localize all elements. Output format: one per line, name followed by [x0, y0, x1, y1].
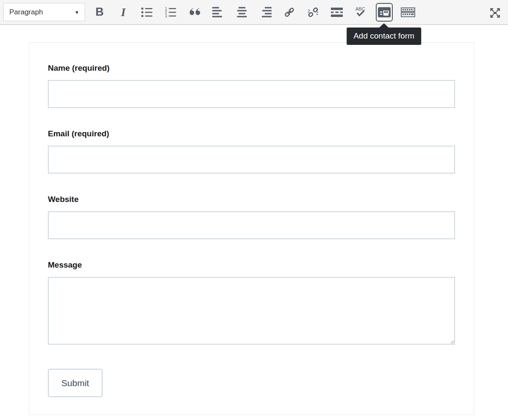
unlink-icon [308, 7, 319, 18]
toolbar-toggle-button[interactable] [400, 3, 416, 22]
unlink-button[interactable] [305, 3, 322, 22]
editor-toolbar: Paragraph ▼ B I 1 2 3 [0, 0, 508, 25]
blockquote-icon [188, 7, 201, 18]
contact-form-icon [378, 7, 391, 18]
email-field-label: Email (required) [48, 129, 455, 138]
name-input[interactable] [48, 80, 455, 108]
submit-button[interactable]: Submit [48, 369, 103, 397]
bold-icon: B [95, 6, 104, 18]
align-center-icon [236, 7, 248, 18]
format-dropdown-value: Paragraph [9, 8, 72, 17]
align-right-button[interactable] [257, 3, 274, 22]
name-field-label: Name (required) [48, 63, 455, 73]
tooltip-text: Add contact form [353, 31, 414, 40]
spellcheck-button[interactable]: ABC [352, 3, 369, 22]
contact-form-preview: Name (required) Email (required) Website… [29, 42, 474, 415]
message-textarea[interactable] [48, 277, 455, 345]
website-field-label: Website [48, 194, 455, 204]
italic-icon: I [121, 6, 126, 18]
website-input[interactable] [48, 211, 455, 239]
spellcheck-icon: ABC [354, 6, 367, 18]
fullscreen-icon [489, 7, 501, 19]
email-input[interactable] [48, 146, 455, 174]
fullscreen-button[interactable] [486, 3, 503, 22]
add-contact-form-button[interactable] [376, 3, 393, 22]
bullet-list-button[interactable] [139, 3, 155, 22]
italic-button[interactable]: I [115, 3, 132, 22]
svg-text:3: 3 [165, 14, 167, 18]
numbered-list-icon: 1 2 3 [165, 7, 177, 18]
read-more-icon [331, 7, 343, 17]
align-center-button[interactable] [233, 3, 250, 22]
numbered-list-button[interactable]: 1 2 3 [162, 3, 179, 22]
bullet-list-icon [141, 7, 153, 18]
chevron-down-icon: ▼ [75, 10, 79, 15]
bold-button[interactable]: B [91, 3, 108, 22]
tooltip-add-contact-form: Add contact form [347, 28, 421, 45]
link-button[interactable] [281, 3, 298, 22]
read-more-button[interactable] [328, 3, 345, 22]
align-left-icon [212, 7, 224, 18]
align-left-button[interactable] [210, 3, 227, 22]
link-icon [284, 7, 295, 18]
message-field-label: Message [48, 260, 455, 270]
format-dropdown[interactable]: Paragraph ▼ [3, 3, 85, 21]
align-right-icon [260, 7, 272, 18]
blockquote-button[interactable] [186, 3, 203, 22]
keyboard-icon [401, 7, 415, 18]
